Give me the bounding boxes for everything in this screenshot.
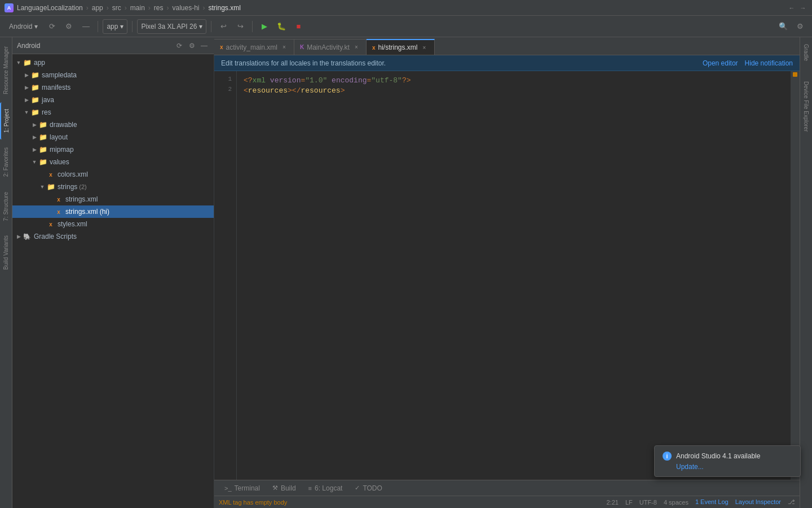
forward-icon[interactable]: →	[798, 3, 807, 12]
device-file-explorer-tab[interactable]: Device File Explorer	[801, 77, 811, 136]
label-strings-group: strings	[58, 183, 77, 191]
minimize-btn[interactable]: —	[78, 19, 93, 34]
folder-icon-strings: 📁	[46, 183, 55, 191]
arrow-sampledata	[23, 71, 30, 79]
update-toast: i Android Studio 4.1 available Update...	[654, 445, 801, 477]
app-dropdown[interactable]: app ▾	[103, 19, 127, 34]
stop-btn[interactable]: ■	[291, 19, 306, 34]
terminal-tab[interactable]: >_ Terminal	[219, 481, 266, 495]
tree-item-res[interactable]: 📁 res	[12, 106, 214, 119]
tab-close-hi-strings[interactable]: ×	[421, 43, 429, 51]
device-dropdown[interactable]: Pixel 3a XL API 26 ▾	[137, 19, 206, 34]
structure-tab[interactable]: 7: Structure	[1, 185, 11, 228]
tree-item-strings-group[interactable]: 📁 strings (2)	[12, 181, 214, 193]
search-btn[interactable]: 🔍	[776, 19, 791, 34]
project-tab[interactable]: 1: Project	[0, 102, 12, 139]
label-manifests: manifests	[42, 84, 70, 91]
code-content[interactable]: <?xml version="1.0" encoding="utf-8"?> <…	[237, 71, 791, 480]
label-sampledata: sampledata	[42, 71, 77, 79]
hide-notification-link[interactable]: Hide notification	[745, 59, 793, 67]
title-bar: A LanguageLocalization › app › src › mai…	[0, 0, 812, 16]
code-line-2: <resources></resources>	[244, 86, 784, 96]
settings-btn[interactable]: ⚙	[61, 19, 76, 34]
label-java: java	[42, 96, 54, 104]
breadcrumb-values-hi: values-hi	[172, 4, 199, 12]
favorites-tab[interactable]: 2: Favorites	[1, 141, 11, 183]
logcat-icon: ≡	[308, 485, 312, 492]
tree-item-values[interactable]: 📁 values	[12, 156, 214, 168]
tree-item-manifests[interactable]: 📁 manifests	[12, 81, 214, 94]
tab-close-activity-main[interactable]: ×	[280, 43, 288, 51]
tree-item-strings-xml[interactable]: x strings.xml	[12, 193, 214, 205]
event-log-link[interactable]: 1 Event Log	[695, 498, 729, 506]
breadcrumb-main: main	[130, 4, 145, 12]
build-icon: ⚒	[272, 484, 278, 492]
error-marker	[793, 72, 797, 77]
editor-area: x activity_main.xml × K MainActivity.kt …	[214, 37, 800, 508]
line-num-1: 1	[214, 76, 236, 86]
tab-close-mainactivity[interactable]: ×	[352, 43, 360, 51]
undo-btn[interactable]: ↩	[216, 19, 231, 34]
notification-bar: Edit translations for all locales in the…	[214, 55, 800, 71]
sep3	[211, 21, 211, 32]
toast-update-link[interactable]: Update...	[676, 463, 792, 471]
folder-icon-layout: 📁	[38, 133, 47, 141]
panel-header: Android ⟳ ⚙ —	[12, 37, 214, 54]
tree-item-drawable[interactable]: 📁 drawable	[12, 119, 214, 131]
panel-title: Android	[17, 42, 40, 50]
open-editor-link[interactable]: Open editor	[703, 59, 738, 67]
build-tab[interactable]: ⚒ Build	[267, 481, 302, 495]
build-variants-tab[interactable]: Build Variants	[1, 229, 11, 277]
label-values: values	[50, 158, 69, 166]
tab-activity-main[interactable]: x activity_main.xml ×	[214, 39, 294, 55]
tab-mainactivity[interactable]: K MainActivity.kt ×	[294, 39, 367, 55]
folder-icon-mipmap: 📁	[38, 146, 47, 154]
dropdown-arrow: ▾	[34, 23, 38, 30]
device-label: Pixel 3a XL API 26	[141, 23, 197, 30]
xml-warning: XML tag has empty body	[219, 499, 287, 506]
gear-icon-btn[interactable]: ⚙	[187, 41, 197, 51]
app-logo: A	[5, 3, 14, 12]
arrow-strings-group	[38, 183, 46, 191]
tree-item-mipmap[interactable]: 📁 mipmap	[12, 143, 214, 156]
label-strings-xml: strings.xml	[65, 195, 98, 203]
tab-hi-strings[interactable]: x hi/strings.xml ×	[367, 39, 435, 55]
gradle-icon: 🐘	[23, 233, 32, 240]
right-side-tabs: Gradle Device File Explorer	[800, 37, 812, 508]
sync-project-btn[interactable]: ⟳	[174, 41, 184, 51]
layout-inspector-link[interactable]: Layout Inspector	[735, 498, 781, 506]
tree-item-gradle[interactable]: 🐘 Gradle Scripts	[12, 230, 214, 243]
breadcrumb-current-file: strings.xml	[209, 4, 241, 12]
settings-gear-btn[interactable]: ⚙	[793, 19, 807, 34]
tree-item-colors-xml[interactable]: x colors.xml	[12, 168, 214, 181]
back-icon[interactable]: ←	[787, 3, 796, 12]
tree-item-app[interactable]: 📁 app	[12, 56, 214, 69]
tree-item-java[interactable]: 📁 java	[12, 94, 214, 106]
title-bar-right: ← →	[787, 3, 807, 12]
main-area: Resource Manager 1: Project 2: Favorites…	[0, 37, 812, 508]
gradle-side-tab[interactable]: Gradle	[801, 40, 811, 65]
tree-item-layout[interactable]: 📁 layout	[12, 131, 214, 143]
toast-info-icon: i	[663, 452, 672, 461]
toolbar: Android ▾ ⟳ ⚙ — app ▾ Pixel 3a XL API 26…	[0, 16, 812, 37]
breadcrumb-app: app	[92, 4, 103, 12]
debug-btn[interactable]: 🐛	[274, 19, 289, 34]
redo-btn[interactable]: ↪	[233, 19, 248, 34]
sync-btn[interactable]: ⟳	[45, 19, 59, 34]
tree-item-styles-xml[interactable]: x styles.xml	[12, 218, 214, 230]
resource-manager-tab[interactable]: Resource Manager	[1, 40, 11, 101]
close-panel-btn[interactable]: —	[199, 41, 209, 51]
tree-item-strings-xml-hi[interactable]: x strings.xml (hi)	[12, 205, 214, 218]
bottom-tabs: >_ Terminal ⚒ Build ≡ 6: Logcat ✓ TODO	[214, 480, 800, 496]
todo-tab[interactable]: ✓ TODO	[349, 481, 387, 495]
tree-item-sampledata[interactable]: 📁 sampledata	[12, 69, 214, 81]
android-dropdown-btn[interactable]: Android ▾	[5, 19, 42, 34]
run-btn[interactable]: ▶	[257, 19, 272, 34]
code-editor: 1 2 <?xml version="1.0" encoding="utf-8"…	[214, 71, 800, 480]
strings-count: (2)	[79, 183, 86, 190]
arrow-values	[30, 158, 38, 166]
arrow-strings-xml-hi	[46, 208, 54, 216]
sep4	[252, 21, 253, 32]
git-icon[interactable]: ⎇	[788, 498, 795, 506]
logcat-tab[interactable]: ≡ 6: Logcat	[303, 481, 348, 495]
